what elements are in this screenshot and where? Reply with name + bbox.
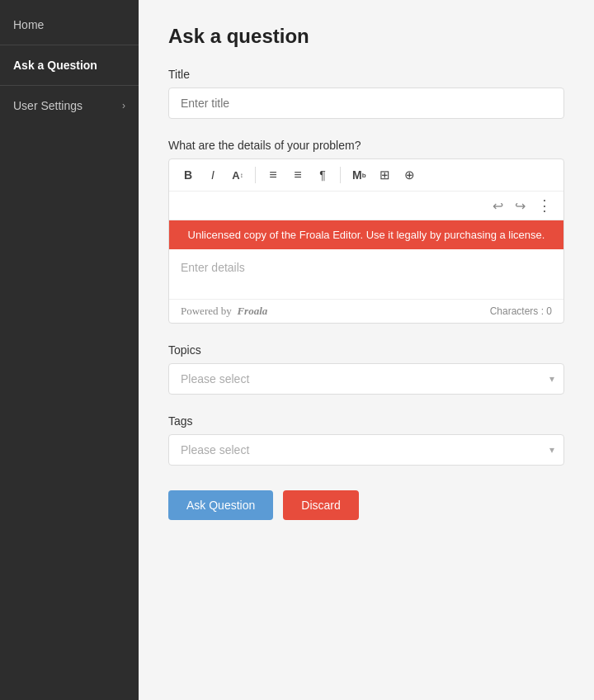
discard-button[interactable]: Discard xyxy=(283,490,358,520)
powered-by-text: Powered by xyxy=(181,305,232,317)
align-center-button[interactable]: ≡ xyxy=(287,164,309,186)
powered-by-label: Powered by Froala xyxy=(181,305,267,318)
froala-logo: Froala xyxy=(237,305,267,317)
undo-button[interactable]: ↩ xyxy=(489,196,507,215)
more-options-button[interactable]: ⋮ xyxy=(534,195,555,216)
details-label: What are the details of your problem? xyxy=(168,139,564,152)
sidebar-item-ask-label: Ask a Question xyxy=(13,59,97,72)
align-left-button[interactable]: ≡ xyxy=(262,164,284,186)
sidebar-item-home[interactable]: Home xyxy=(0,8,139,41)
rich-text-editor: B I A↕ ≡ ≡ ¶ Mb ⊞ ⊕ ↩ ↪ ⋮ Unlicensed cop… xyxy=(168,158,564,324)
topics-select-wrapper: Please select ▾ xyxy=(168,363,564,395)
ask-question-button[interactable]: Ask Question xyxy=(168,490,273,520)
character-count: Characters : 0 xyxy=(490,305,552,317)
sidebar-item-user-settings[interactable]: User Settings › xyxy=(0,89,139,122)
font-size-button[interactable]: A↕ xyxy=(227,164,248,186)
toolbar-divider-2 xyxy=(340,167,341,183)
editor-toolbar: B I A↕ ≡ ≡ ¶ Mb ⊞ ⊕ xyxy=(169,159,563,192)
italic-button[interactable]: I xyxy=(202,164,224,186)
details-section: What are the details of your problem? B … xyxy=(168,139,564,324)
link-button[interactable]: ⊞ xyxy=(375,164,396,186)
paragraph-button[interactable]: ¶ xyxy=(312,164,333,186)
sidebar-divider-2 xyxy=(0,85,139,86)
editor-warning-banner: Unlicensed copy of the Froala Editor. Us… xyxy=(169,220,563,249)
title-label: Title xyxy=(168,68,564,81)
sidebar-divider-1 xyxy=(0,45,139,45)
tags-label: Tags xyxy=(168,414,564,428)
editor-warning-text: Unlicensed copy of the Froala Editor. Us… xyxy=(188,229,545,241)
bold-button[interactable]: B xyxy=(177,164,199,186)
tags-select-wrapper: Please select ▾ xyxy=(168,434,564,466)
redo-button[interactable]: ↪ xyxy=(512,196,529,215)
tags-select[interactable]: Please select xyxy=(168,434,564,466)
tags-section: Tags Please select ▾ xyxy=(168,414,564,466)
topics-label: Topics xyxy=(168,343,564,357)
sidebar-item-settings-label: User Settings xyxy=(13,99,82,112)
editor-placeholder: Enter details xyxy=(181,261,245,274)
topics-select[interactable]: Please select xyxy=(168,363,564,395)
title-section: Title xyxy=(168,68,564,119)
chevron-right-icon: › xyxy=(122,100,125,111)
sidebar-item-home-label: Home xyxy=(13,18,44,31)
main-content: Ask a question Title What are the detail… xyxy=(139,0,594,700)
topics-section: Topics Please select ▾ xyxy=(168,343,564,395)
editor-body[interactable]: Enter details xyxy=(169,249,563,299)
sidebar-item-ask-question[interactable]: Ask a Question xyxy=(0,49,139,82)
sidebar: Home Ask a Question User Settings › xyxy=(0,0,139,700)
editor-toolbar-row2: ↩ ↪ ⋮ xyxy=(169,192,563,220)
title-input[interactable] xyxy=(168,88,564,119)
page-title: Ask a question xyxy=(168,25,564,48)
insert-button[interactable]: ⊕ xyxy=(399,164,421,186)
more-text-button[interactable]: Mb xyxy=(347,164,371,186)
action-buttons: Ask Question Discard xyxy=(168,490,564,520)
editor-footer: Powered by Froala Characters : 0 xyxy=(169,299,563,323)
toolbar-divider-1 xyxy=(255,167,256,183)
